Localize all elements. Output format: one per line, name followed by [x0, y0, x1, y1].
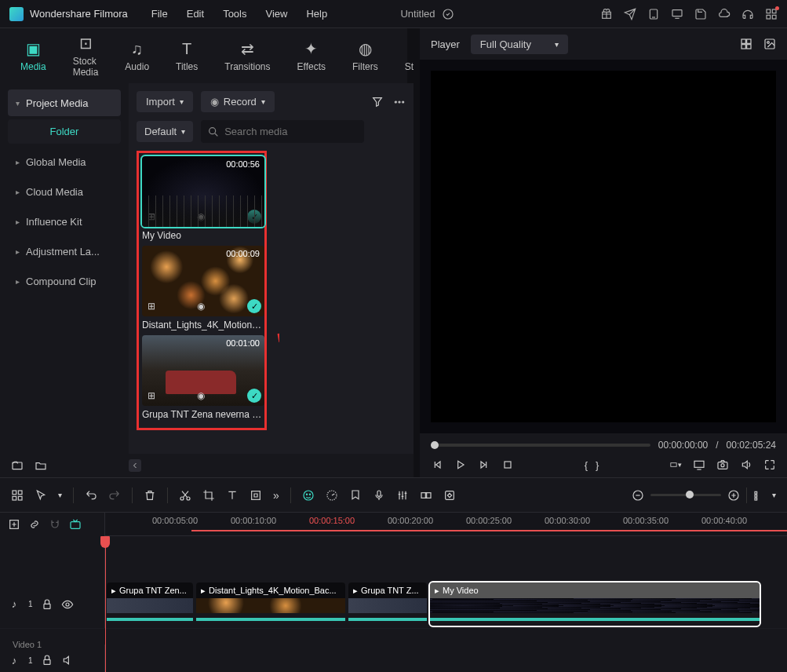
sync-status-icon[interactable]	[442, 8, 454, 20]
view-options-icon[interactable]	[753, 489, 766, 502]
record-button[interactable]: ◉Record▾	[201, 91, 275, 112]
aspect-icon[interactable]: ▾	[669, 458, 682, 471]
more-icon[interactable]	[393, 96, 406, 108]
audio-mixer-icon[interactable]	[396, 489, 409, 502]
new-folder-icon[interactable]	[11, 459, 24, 472]
stop-icon[interactable]	[501, 458, 514, 471]
media-clip[interactable]: 00:00:09 ⊞◉✓ Distant_Lights_4K_Motion_B.…	[142, 246, 261, 331]
menu-edit[interactable]: Edit	[187, 8, 204, 20]
gift-icon[interactable]	[600, 8, 613, 20]
menu-tools[interactable]: Tools	[223, 8, 246, 20]
delete-icon[interactable]	[144, 489, 156, 502]
timeline-clip[interactable]: ▸Distant_Lights_4K_Motion_Bac...	[196, 583, 345, 626]
ai-icon[interactable]	[302, 489, 315, 502]
timeline-clip-selected[interactable]: ▸My Video	[430, 583, 760, 626]
resize-icon[interactable]	[250, 489, 262, 502]
play-icon[interactable]	[454, 458, 467, 471]
tab-effects[interactable]: ✦Effects	[291, 36, 332, 75]
chevron-down-icon[interactable]: ▾	[58, 491, 62, 499]
menu-help[interactable]: Help	[306, 8, 327, 20]
tab-audio[interactable]: ♫Audio	[118, 37, 155, 75]
media-clip[interactable]: 00:01:00 ⊞◉✓ Grupa TNT Zena neverna off.…	[142, 335, 261, 420]
sidebar-adjustment-layer[interactable]: ▸Adjustment La...	[8, 238, 121, 265]
clip-thumbnail[interactable]: 00:00:09 ⊞◉✓	[142, 246, 264, 316]
tab-stock-media[interactable]: ⊡Stock Media	[67, 31, 105, 81]
filter-icon[interactable]	[371, 96, 384, 108]
clip-thumbnail[interactable]: 00:00:56 ⊞◉✓	[142, 156, 264, 227]
keyframe-icon[interactable]	[443, 489, 456, 502]
link-icon[interactable]	[28, 518, 41, 531]
sidebar-influence-kit[interactable]: ▸Influence Kit	[8, 208, 121, 235]
video-track[interactable]: ♪1 ▸Grupa TNT Zen... ▸Distant_Lights_4K_…	[0, 580, 787, 629]
zoom-in-icon[interactable]	[727, 489, 740, 502]
text-icon[interactable]	[226, 489, 239, 502]
grid-view-icon[interactable]	[740, 38, 752, 50]
send-icon[interactable]	[624, 8, 636, 20]
visible-icon[interactable]	[61, 598, 74, 611]
sidebar-cloud-media[interactable]: ▸Cloud Media	[8, 178, 121, 205]
mic-icon[interactable]	[373, 489, 385, 502]
preview-scrubber[interactable]	[431, 444, 650, 447]
device-icon[interactable]	[647, 8, 660, 20]
redo-icon[interactable]	[108, 489, 121, 502]
media-clip[interactable]: 00:00:56 ⊞◉✓ My Video	[142, 156, 261, 241]
sidebar-project-media[interactable]: ▾Project Media	[8, 89, 121, 116]
display-icon[interactable]	[693, 458, 705, 471]
chevron-down-icon[interactable]: ▾	[772, 491, 776, 499]
tab-transitions[interactable]: ⇄Transitions	[218, 36, 276, 75]
collapse-sidebar-icon[interactable]	[129, 459, 141, 472]
mark-in-icon[interactable]: {	[585, 459, 588, 471]
sidebar-global-media[interactable]: ▸Global Media	[8, 148, 121, 175]
zoom-out-icon[interactable]	[632, 489, 644, 502]
project-title[interactable]: Untitled	[400, 8, 435, 20]
timeline-ruler[interactable]: 00:00:05:00 00:00:10:00 00:00:15:00 00:0…	[0, 513, 787, 536]
sidebar-compound-clip[interactable]: ▸Compound Clip	[8, 268, 121, 294]
tab-filters[interactable]: ◍Filters	[346, 36, 384, 75]
search-icon	[207, 126, 220, 141]
playhead[interactable]	[105, 536, 106, 672]
clip-thumbnail[interactable]: 00:01:00 ⊞◉✓	[142, 335, 264, 406]
monitor-icon[interactable]	[671, 8, 683, 20]
menu-view[interactable]: View	[265, 8, 287, 20]
speed-icon[interactable]	[326, 489, 338, 502]
folder-icon[interactable]	[35, 459, 47, 472]
menu-file[interactable]: File	[151, 8, 168, 20]
headphones-icon[interactable]	[741, 8, 754, 20]
tv-icon[interactable]	[69, 518, 82, 531]
lock-icon[interactable]	[41, 654, 53, 667]
save-icon[interactable]	[694, 8, 707, 20]
next-frame-icon[interactable]	[478, 458, 490, 471]
fullscreen-icon[interactable]	[763, 458, 776, 471]
audio-track[interactable]: ♪1	[0, 645, 787, 672]
search-input[interactable]	[201, 120, 364, 143]
mark-out-icon[interactable]: }	[596, 459, 599, 471]
import-button[interactable]: Import▾	[137, 91, 193, 112]
sidebar-folder[interactable]: Folder	[8, 119, 121, 144]
mute-icon[interactable]	[61, 654, 74, 667]
pointer-icon[interactable]	[35, 489, 47, 502]
timeline-clip[interactable]: ▸Grupa TNT Zen...	[107, 583, 193, 626]
magnet-icon[interactable]	[49, 518, 61, 531]
volume-icon[interactable]	[740, 458, 752, 471]
undo-icon[interactable]	[85, 489, 97, 502]
track-add-icon[interactable]	[8, 518, 20, 531]
cut-icon[interactable]	[179, 489, 191, 502]
prev-frame-icon[interactable]	[431, 458, 443, 471]
layout-icon[interactable]	[11, 489, 24, 502]
tab-media[interactable]: ▣Media	[14, 36, 53, 75]
group-icon[interactable]	[420, 489, 432, 502]
crop-icon[interactable]	[202, 489, 215, 502]
timeline-clip[interactable]: ▸Grupa TNT Z...	[348, 583, 427, 626]
more-tools-icon[interactable]: »	[273, 489, 279, 502]
apps-icon[interactable]	[765, 8, 778, 20]
image-icon[interactable]	[763, 38, 776, 50]
cloud-icon[interactable]	[718, 8, 731, 20]
tab-titles[interactable]: TTitles	[169, 37, 204, 75]
zoom-slider[interactable]	[650, 494, 721, 496]
lock-icon[interactable]	[41, 598, 53, 611]
preview-canvas[interactable]	[431, 71, 776, 422]
snapshot-icon[interactable]	[716, 458, 729, 471]
sort-button[interactable]: Default▾	[137, 121, 193, 142]
quality-select[interactable]: Full Quality▾	[471, 35, 568, 54]
marker-icon[interactable]	[349, 489, 362, 502]
